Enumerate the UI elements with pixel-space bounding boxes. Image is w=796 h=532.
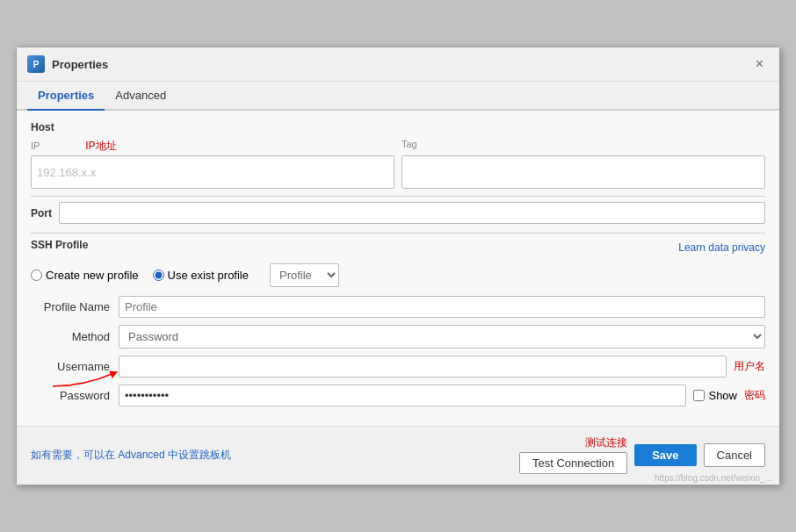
cancel-button[interactable]: Cancel [704, 443, 765, 467]
show-checkbox-wrap: Show [693, 389, 737, 402]
use-exist-radio-option[interactable]: Use exist profile [153, 269, 249, 282]
properties-dialog: P Properties × Properties Advanced Host … [16, 47, 780, 485]
tab-properties[interactable]: Properties [27, 82, 105, 111]
profile-name-label: Profile Name [31, 300, 119, 313]
title-bar: P Properties × [17, 47, 779, 82]
show-password-checkbox[interactable] [693, 390, 705, 401]
app-icon: P [27, 55, 45, 73]
tab-bar: Properties Advanced [17, 82, 779, 111]
create-new-label: Create new profile [46, 269, 139, 282]
username-input[interactable]: root [119, 356, 727, 377]
create-new-radio-option[interactable]: Create new profile [31, 269, 139, 282]
dialog-content: Host IP IP地址 Tag Port 22 [17, 111, 779, 426]
profile-form: Profile Name Method Password Public Key … [31, 296, 765, 406]
test-annotation: 测试连接 [585, 435, 627, 450]
dialog-title: Properties [52, 58, 108, 71]
method-select[interactable]: Password Public Key Keyboard Interactive [119, 325, 765, 349]
profile-dropdown[interactable]: Profile Default Custom [270, 263, 339, 287]
port-label: Port [31, 207, 52, 219]
method-label: Method [31, 330, 119, 343]
tag-field-wrap [402, 155, 765, 189]
port-input[interactable]: 22 [59, 202, 765, 224]
profile-name-input[interactable] [119, 296, 765, 318]
ssh-section-header: SSH Profile Learn data privacy [31, 239, 765, 256]
username-annotation: 用户名 [734, 359, 765, 374]
tag-column-label: Tag [402, 139, 765, 154]
learn-link[interactable]: Learn data privacy [678, 241, 765, 254]
show-label: Show [708, 389, 737, 402]
ssh-section-label: SSH Profile [31, 239, 88, 251]
tab-advanced[interactable]: Advanced [105, 82, 177, 111]
ip-field-wrap [31, 155, 394, 189]
port-row: Port 22 [31, 202, 765, 224]
profile-radio-row: Create new profile Use exist profile Pro… [31, 263, 765, 287]
use-exist-radio[interactable] [153, 270, 164, 281]
ip-annotation: IP地址 [85, 140, 116, 152]
tag-input[interactable] [402, 155, 765, 189]
password-annotation: 密码 [744, 388, 765, 403]
test-connection-button[interactable]: Test Connection [519, 452, 627, 474]
host-row [31, 155, 765, 189]
host-field-headers: IP IP地址 Tag [31, 139, 765, 154]
password-label: Password [31, 389, 119, 402]
ip-column-label: IP IP地址 [31, 139, 394, 154]
password-input[interactable] [119, 385, 686, 406]
hint-text: 如有需要，可以在 Advanced 中设置跳板机 [31, 448, 231, 463]
save-button[interactable]: Save [634, 444, 696, 466]
ip-input[interactable] [31, 155, 394, 189]
profile-dropdown-wrap: Profile Default Custom [270, 263, 339, 287]
username-label: Username [31, 360, 119, 373]
host-section-label: Host [31, 121, 765, 133]
use-exist-label: Use exist profile [168, 269, 249, 282]
create-new-radio[interactable] [31, 270, 42, 281]
password-row: Show 密码 [119, 385, 765, 406]
close-button[interactable]: × [750, 54, 769, 74]
bottom-right: 测试连接 Test Connection Save Cancel [519, 435, 765, 474]
watermark: https://blog.csdn.net/weixin_... [655, 473, 772, 483]
test-connection-wrap: 测试连接 Test Connection [519, 435, 627, 474]
